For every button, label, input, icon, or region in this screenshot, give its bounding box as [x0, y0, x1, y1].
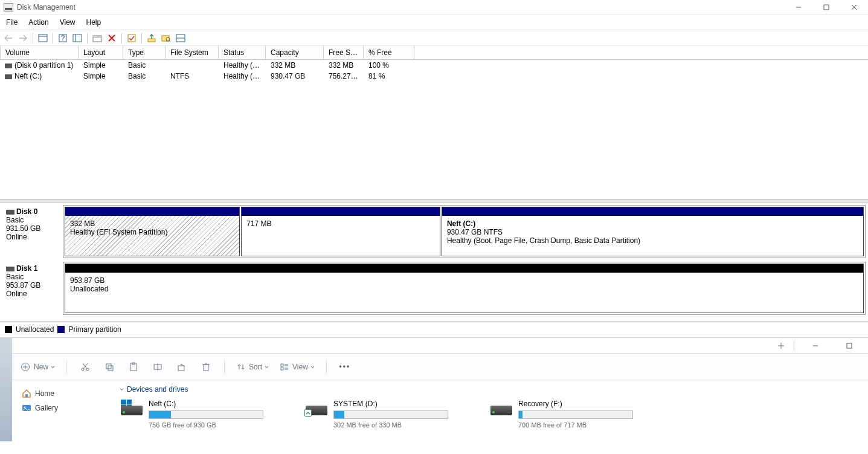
separator — [224, 360, 225, 374]
partition[interactable]: 717 MB — [241, 207, 440, 256]
col-status[interactable]: Status — [219, 46, 266, 59]
svg-rect-16 — [162, 36, 169, 41]
delete-icon[interactable] — [106, 32, 118, 44]
chevron-down-icon: › — [309, 366, 317, 368]
legend-swatch-unallocated — [5, 326, 12, 333]
home-icon — [22, 389, 31, 398]
svg-line-18 — [169, 41, 170, 42]
paste-button[interactable] — [127, 361, 140, 373]
cut-button[interactable] — [79, 361, 91, 373]
drive-free-text: 756 GB free of 930 GB — [149, 421, 263, 429]
toolbar-separator — [33, 33, 33, 44]
more-button[interactable]: ••• — [339, 361, 351, 373]
volume-list[interactable]: (Disk 0 partition 1)SimpleBasicHealthy (… — [0, 60, 868, 199]
sort-label: Sort — [249, 363, 262, 371]
svg-rect-15 — [148, 39, 155, 42]
explorer-maximize-button[interactable] — [835, 339, 863, 353]
disk-icon — [6, 267, 14, 271]
rename-button[interactable] — [152, 361, 164, 373]
partition-stripe — [242, 207, 440, 216]
disk-info[interactable]: Disk 1Basic953.87 GBOnline — [2, 262, 63, 315]
new-tab-button[interactable] — [776, 340, 786, 351]
maximize-button[interactable] — [812, 0, 840, 15]
close-button[interactable] — [840, 0, 868, 15]
separator — [326, 360, 327, 374]
menubar: File Action View Help — [0, 15, 868, 30]
nav-gallery[interactable]: Gallery — [16, 401, 111, 415]
partition-body: 717 MB — [242, 216, 440, 256]
toolbar-icon-2[interactable] — [71, 32, 83, 44]
col-free-space[interactable]: Free Spa... — [324, 46, 364, 59]
titlebar[interactable]: Disk Management — [0, 0, 868, 15]
svg-rect-14 — [128, 34, 135, 42]
explorer-content: › Devices and drives Neft (C:)756 GB fre… — [115, 380, 868, 441]
app-icon — [4, 3, 13, 11]
partition-area: 953.87 GBUnallocated — [63, 262, 866, 315]
menu-action[interactable]: Action — [28, 18, 48, 27]
drive-icon — [490, 400, 512, 415]
new-button[interactable]: New › — [21, 362, 54, 372]
toolbar-separator — [141, 33, 142, 44]
svg-rect-4 — [39, 34, 47, 42]
drive-item[interactable]: SYSTEM (D:)302 MB free of 330 MB — [306, 400, 448, 429]
copy-button[interactable] — [103, 361, 115, 373]
back-button[interactable] — [2, 32, 14, 44]
chevron-down-icon: › — [263, 366, 271, 368]
gallery-icon — [22, 403, 31, 413]
view-label: View — [292, 363, 308, 371]
volume-icon — [5, 63, 12, 68]
devices-heading-label: Devices and drives — [127, 385, 188, 394]
nav-home[interactable]: Home — [16, 386, 111, 401]
view-button[interactable]: View › — [280, 363, 314, 371]
drive-usage-bar — [518, 410, 633, 419]
toolbar-icon-3[interactable] — [91, 32, 103, 44]
nav-gallery-label: Gallery — [35, 404, 58, 412]
volume-row[interactable]: Neft (C:)SimpleBasicNTFSHealthy (B...930… — [0, 71, 868, 82]
col-capacity[interactable]: Capacity — [266, 46, 324, 59]
partition[interactable]: Neft (C:)930.47 GB NTFSHealthy (Boot, Pa… — [442, 207, 864, 256]
drive-item[interactable]: Neft (C:)756 GB free of 930 GB — [121, 400, 263, 429]
partition[interactable]: 953.87 GBUnallocated — [65, 264, 864, 313]
drive-usage-bar — [333, 410, 448, 419]
disk-icon — [6, 210, 14, 215]
separator — [66, 360, 67, 374]
drive-name: SYSTEM (D:) — [333, 400, 448, 408]
col-file-system[interactable]: File System — [166, 46, 219, 59]
chevron-down-icon: › — [49, 366, 57, 368]
toolbar-icon-1[interactable] — [37, 32, 49, 44]
svg-line-31 — [83, 363, 87, 369]
col-percent-free[interactable]: % Free — [364, 46, 414, 59]
svg-rect-8 — [73, 34, 82, 42]
svg-rect-45 — [281, 368, 283, 370]
help-icon[interactable]: ? — [57, 32, 69, 44]
drive-usage-bar — [149, 410, 263, 419]
devices-heading[interactable]: › Devices and drives — [121, 385, 862, 394]
partition-stripe — [65, 207, 239, 216]
drive-item[interactable]: Recovery (F:)700 MB free of 717 MB — [490, 400, 633, 429]
check-icon[interactable] — [126, 32, 138, 44]
disk-info[interactable]: Disk 0Basic931.50 GBOnline — [2, 205, 63, 258]
share-button[interactable] — [176, 361, 188, 373]
upload-icon[interactable] — [146, 32, 158, 44]
toolbar-icon-4[interactable] — [175, 32, 187, 44]
search-folder-icon[interactable] — [160, 32, 172, 44]
menu-help[interactable]: Help — [86, 18, 101, 27]
col-volume[interactable]: Volume — [0, 46, 79, 59]
partition[interactable]: 332 MBHealthy (EFI System Partition) — [65, 207, 240, 256]
toolbar: ? — [0, 30, 868, 46]
new-label: New — [34, 363, 48, 371]
svg-line-30 — [83, 363, 88, 369]
menu-view[interactable]: View — [60, 18, 76, 27]
col-layout[interactable]: Layout — [79, 46, 123, 59]
explorer-minimize-button[interactable] — [802, 339, 829, 353]
disk-management-window: Disk Management File Action View Help ? — [0, 0, 868, 337]
delete-button[interactable] — [200, 361, 212, 373]
minimize-button[interactable] — [785, 0, 812, 15]
forward-button[interactable] — [17, 32, 29, 44]
toolbar-separator — [53, 33, 53, 44]
col-type[interactable]: Type — [123, 46, 166, 59]
volume-row[interactable]: (Disk 0 partition 1)SimpleBasicHealthy (… — [0, 60, 868, 71]
svg-rect-11 — [93, 36, 101, 38]
menu-file[interactable]: File — [6, 18, 18, 27]
sort-button[interactable]: Sort › — [237, 363, 268, 371]
